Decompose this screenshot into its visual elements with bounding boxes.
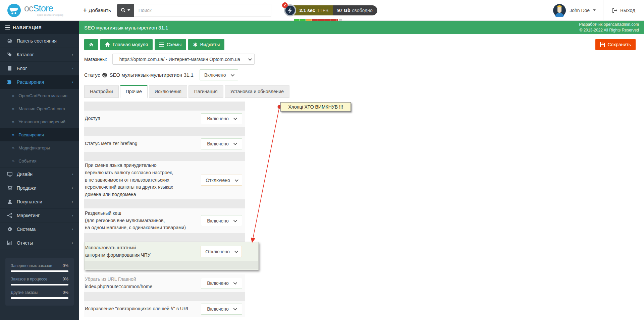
sidebar-subitem-opencart-store[interactable]: » Магазин OpenCart.com [0,102,79,115]
collapse-button[interactable] [84,39,98,50]
form-row-home-url: Убрать из URL Главнойindex.php?route=com… [84,274,245,292]
chevron-right-icon: › [72,227,73,232]
sidebar-item-marketing[interactable]: Маркетинг › [0,209,79,222]
page-header: SEO мультиязык-мультирегион 31.1 Разрабо… [79,21,644,34]
notification-badge[interactable]: 2 [282,2,288,8]
form-row-hreflang: Статус мета тег hreflang Включено [84,136,245,152]
tabs-bar: Настройки Прочие Исключения Пагинация Ус… [84,85,644,98]
floppy-save-icon [600,42,605,47]
settings-form: Доступ Включено Статус мета тег hreflang… [84,102,259,317]
dashboard-icon [7,38,13,44]
chevron-down-icon [233,141,237,145]
tab-install-update[interactable]: Установка и обновление [225,85,290,98]
sidebar-item-customers[interactable]: Покупатели › [0,195,79,209]
sidebar-item-dashboard[interactable]: Панель состояния [0,34,79,48]
double-arrow-icon: » [12,158,14,164]
chevron-down-icon [234,249,238,253]
bar-chart-icon [7,240,13,246]
store-select[interactable]: https://optom.com.ua/ - Интернет-магазин… [112,54,255,65]
hreflang-select[interactable]: Включено [201,138,242,149]
user-caret-icon [593,9,596,11]
page-title: SEO мультиязык-мультирегион 31.1 [84,25,168,30]
module-home-button[interactable]: Главная модуля [100,39,153,50]
double-arrow-icon: » [12,106,14,111]
stores-row: Магазины: https://optom.com.ua/ - Интерн… [84,54,644,65]
sidebar-item-system[interactable]: Система › [0,222,79,236]
chevron-down-icon [233,116,237,120]
chevron-right-icon: › [72,186,73,190]
save-button[interactable]: Сохранить [595,39,636,50]
tab-exceptions[interactable]: Исключения [149,85,187,98]
search-button[interactable] [117,4,134,17]
divider [84,102,245,111]
sidebar-subitem-events[interactable]: » События [0,154,79,168]
sidebar-subitem-installer[interactable]: » Установка расширений [0,115,79,128]
sidebar-subitem-modifications[interactable]: » Модификаторы [0,141,79,154]
logo-store: Store [33,3,53,13]
sidebar-item-catalog[interactable]: Каталог › [0,48,79,62]
status-label: Статус [84,72,100,78]
logout-button[interactable]: Выход [603,7,644,13]
search-input[interactable] [134,4,271,17]
sidebar-item-reports[interactable]: Отчеты › [0,236,79,250]
stat-value: 0% [63,290,68,295]
stat-other-orders: Другие заказы 0% [11,290,68,299]
tab-settings[interactable]: Настройки [84,85,119,98]
schemes-button[interactable]: Схемы [155,39,186,50]
sidebar-item-blog[interactable]: Блог › [0,62,79,75]
status-row: Статус SEO мультиязык-мультирегион 31.1 … [84,69,644,80]
sidebar-subitem-opencartforum[interactable]: » OpenCartForum магазин [0,89,79,102]
puzzle-icon [7,79,13,85]
tab-other[interactable]: Прочие [120,85,148,98]
book-icon [7,66,13,71]
form-row-separate-cache: Раздельный кеш (для регионов вне мультим… [84,208,245,233]
chevron-down-icon [235,178,238,181]
double-slash-select[interactable]: Включено [201,304,242,315]
toolbar: Главная модуля Схемы ✱ Виджеты Сохранить [79,34,644,50]
sidebar-item-sales[interactable]: Продажи › [0,181,79,195]
angle-double-up-icon [89,42,94,47]
sidebar-nav-title: НАВИГАЦИЯ [0,21,79,34]
ocstore-logo[interactable]: ocStore open source shopping [0,0,79,20]
form-row-currency-switch: При смене языка принудительно переключат… [84,161,245,199]
tab-pagination[interactable]: Пагинация [189,85,223,98]
orders-stats-panel: Завершенных заказов 0% Заказов в процесс… [5,258,74,306]
ocstore-cart-icon [7,3,21,18]
disk-value: 97 Gb [337,8,351,13]
highlighted-row-panel: Использовать штатный алгоритм формирован… [84,242,259,270]
form-row-access: Доступ Включено [84,111,245,127]
double-arrow-icon: » [12,145,14,150]
double-arrow-icon: » [12,119,14,124]
divider [85,261,258,269]
progress-bar [11,284,68,285]
widgets-button[interactable]: ✱ Виджеты [188,39,224,50]
ttfb-metric: 2.1 sec TTFB [291,5,333,15]
share-icon [7,213,13,218]
chevron-down-icon [248,57,252,60]
monitor-icon [7,172,13,177]
divider [84,233,245,242]
add-label: Добавить [89,7,111,13]
currency-switch-select[interactable]: Отключено [201,175,242,186]
seo-algorithm-select[interactable]: Отключено [201,246,242,257]
status-select[interactable]: Включено [200,69,238,80]
separate-cache-select[interactable]: Включено [201,215,242,226]
chevron-right-icon: › [72,241,73,245]
ttfb-value: 2.1 sec [300,8,315,13]
add-button[interactable]: + Добавить [83,7,111,14]
access-select[interactable]: Включено [201,113,242,124]
gear-icon [7,227,13,232]
stat-processing-orders: Заказов в процессе 0% [11,277,68,285]
home-url-select[interactable]: Включено [201,278,242,289]
sidebar-item-design[interactable]: Дизайн › [0,168,79,181]
lightning-icon [288,7,292,13]
user-menu[interactable]: John Doe [545,4,603,17]
plus-icon: + [83,7,87,14]
asterisk-icon: ✱ [193,42,197,48]
sidebar-item-extensions[interactable]: Расширения › [0,75,79,89]
logo-oc: oc [24,3,33,13]
sidebar-subitem-extensions[interactable]: » Расширения [0,128,79,141]
performance-widget[interactable]: 2 2.1 sec TTFB 97 Gb свободно [284,4,377,16]
home-icon [105,42,110,47]
user-name: John Doe [570,8,590,13]
